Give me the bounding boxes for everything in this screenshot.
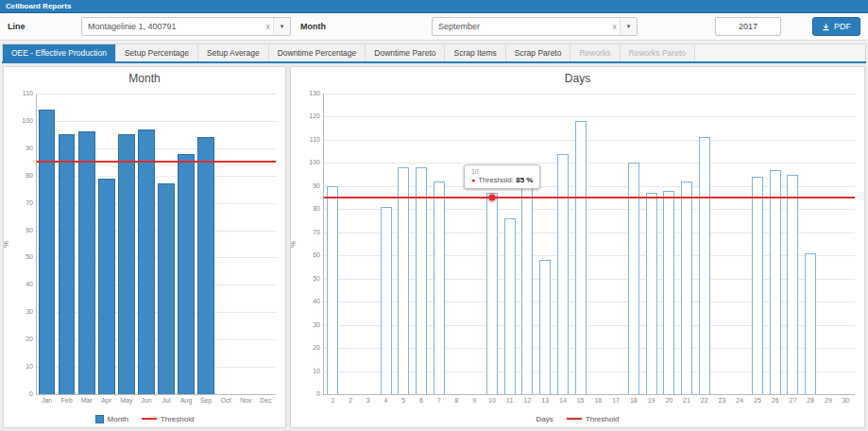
y-tick-label: 10 [296, 368, 320, 374]
tooltip: 10●Threshold: 85 % [464, 164, 541, 189]
bar[interactable] [78, 131, 95, 394]
bar[interactable] [59, 134, 76, 394]
bar[interactable] [681, 181, 692, 394]
x-tick-label: Oct [216, 397, 236, 404]
bar[interactable] [575, 121, 587, 394]
y-tick-label: 90 [296, 182, 320, 189]
y-tick-label: 70 [296, 229, 320, 235]
clear-icon[interactable]: x [610, 22, 621, 31]
threshold-marker[interactable] [488, 195, 495, 201]
y-tick-label: 100 [296, 159, 320, 165]
bar[interactable] [557, 154, 569, 394]
legend-line-swatch [142, 418, 157, 420]
chevron-down-icon[interactable]: ▾ [620, 18, 637, 35]
bar[interactable] [699, 137, 710, 394]
x-axis-title: Days [536, 415, 553, 423]
bar[interactable] [398, 167, 409, 394]
bar[interactable] [521, 172, 533, 394]
x-tick-label: 8 [448, 397, 466, 404]
legend-item-month[interactable]: Month [95, 415, 128, 423]
year-input[interactable]: 2017 [715, 17, 781, 36]
bar[interactable] [752, 177, 763, 394]
y-tick-label: 130 [296, 90, 320, 96]
x-tick-label: 6 [413, 397, 431, 404]
x-tick-label: Dec [256, 397, 276, 404]
bar[interactable] [118, 134, 135, 394]
x-tick-label: Jan [37, 397, 57, 404]
tab-reworks: Reworks [570, 44, 620, 61]
tab-scrap-pareto[interactable]: Scrap Pareto [506, 44, 571, 61]
line-combobox[interactable]: Montagelinie 1, 400791 x ▾ [81, 17, 291, 36]
bar[interactable] [434, 181, 445, 394]
x-tick-label: Feb [57, 397, 77, 404]
legend-label: Threshold [586, 415, 620, 423]
bar[interactable] [197, 137, 214, 394]
tab-strip-wrapper: OEE - Effective ProductionSetup Percenta… [2, 43, 866, 63]
tooltip-category: 10 [471, 168, 534, 175]
x-tick-label: Sep [196, 397, 216, 404]
bar[interactable] [504, 218, 516, 394]
chart-legend: DaysThreshold [291, 412, 864, 425]
titlebar: Cellboard Reports [0, 0, 868, 13]
y-tick-label: 50 [9, 253, 33, 260]
x-tick-label: 13 [536, 397, 554, 404]
gridline [324, 140, 855, 141]
gridline [324, 116, 855, 117]
bar[interactable] [381, 207, 392, 394]
bar[interactable] [327, 186, 338, 394]
pdf-button[interactable]: PDF [812, 17, 860, 36]
bar[interactable] [486, 193, 498, 394]
charts-area: Month%0102030405060708090100110JanFebMar… [0, 63, 868, 431]
bar[interactable] [770, 170, 781, 394]
legend-square-swatch [95, 415, 104, 423]
tab-setup-average[interactable]: Setup Average [198, 44, 269, 61]
bar[interactable] [787, 175, 798, 394]
x-tick-label: 30 [837, 397, 855, 404]
x-tick-label: 24 [731, 397, 749, 404]
threshold-line [37, 161, 276, 163]
legend-item-threshold[interactable]: Threshold [567, 415, 620, 423]
series-marker-icon: ● [471, 177, 475, 183]
tab-scrap-items[interactable]: Scrap Items [445, 44, 505, 61]
x-tick-label: Aug [177, 397, 196, 404]
plot-area: 0102030405060708090100110120130123456789… [323, 94, 855, 395]
gridline [37, 121, 276, 122]
y-tick-label: 60 [296, 251, 320, 258]
y-tick-label: 110 [9, 90, 33, 96]
bar[interactable] [39, 110, 56, 394]
x-tick-label: 14 [554, 397, 572, 404]
bar[interactable] [98, 179, 115, 394]
x-tick-label: Mar [77, 397, 96, 404]
chevron-down-icon[interactable]: ▾ [273, 18, 290, 35]
tab-oee-effective-production[interactable]: OEE - Effective Production [3, 44, 116, 61]
tab-downtime-pareto[interactable]: Downtime Pareto [366, 44, 445, 61]
bar[interactable] [158, 183, 175, 394]
clear-icon[interactable]: x [264, 22, 274, 31]
x-tick-label: Jul [157, 397, 177, 404]
bar[interactable] [646, 193, 657, 394]
bar[interactable] [416, 167, 427, 394]
y-tick-label: 60 [9, 227, 33, 233]
bar[interactable] [138, 129, 155, 394]
month-chart-panel: Month%0102030405060708090100110JanFebMar… [3, 66, 286, 428]
y-tick-label: 80 [296, 205, 320, 212]
month-combobox[interactable]: September x ▾ [432, 17, 638, 36]
month-label: Month [300, 22, 432, 31]
x-tick-label: Apr [96, 397, 116, 404]
gridline [37, 94, 276, 95]
legend-item-threshold[interactable]: Threshold [142, 415, 195, 423]
bar[interactable] [805, 253, 816, 394]
gridline [324, 163, 855, 164]
tab-downtime-percentage[interactable]: Downtime Percentage [269, 44, 366, 61]
x-tick-label: 2 [342, 397, 360, 404]
bar[interactable] [539, 260, 551, 394]
bar[interactable] [178, 154, 195, 394]
x-tick-label: 17 [607, 397, 625, 404]
line-combobox-value: Montagelinie 1, 400791 [82, 22, 264, 31]
bar[interactable] [663, 191, 674, 394]
tab-setup-percentage[interactable]: Setup Percentage [116, 44, 198, 61]
x-tick-label: 7 [430, 397, 448, 404]
x-tick-label: 29 [820, 397, 838, 404]
x-tick-label: 19 [642, 397, 660, 404]
threshold-line [324, 197, 855, 198]
